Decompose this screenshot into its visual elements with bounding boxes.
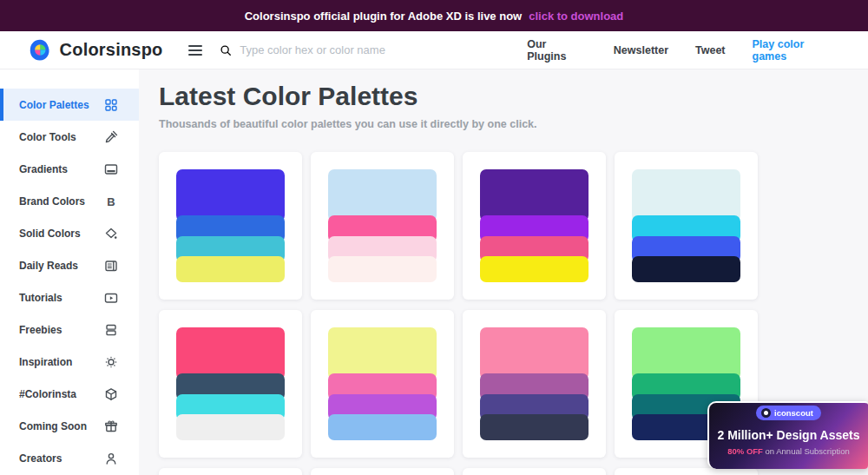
iconscout-badge[interactable]: iconscout <box>756 406 821 420</box>
sidebar-item-label: Color Tools <box>19 131 76 143</box>
color-swatch[interactable] <box>480 256 589 282</box>
palette-card[interactable] <box>463 152 606 300</box>
iconscout-brand-label: iconscout <box>774 408 813 418</box>
palette-card[interactable] <box>159 152 302 300</box>
sidebar-item-label: #Colorinsta <box>19 388 76 400</box>
color-swatch[interactable] <box>328 256 437 282</box>
sidebar-item-brand-colors[interactable]: Brand ColorsB <box>0 185 139 217</box>
palette-card[interactable] <box>615 468 758 475</box>
stack-icon <box>104 323 118 337</box>
colorsinspo-logo-icon[interactable] <box>29 38 52 62</box>
idea-icon <box>104 355 118 369</box>
sidebar-item-label: Solid Colors <box>19 228 81 240</box>
color-swatch[interactable] <box>632 169 740 221</box>
sidebar-item-gradients[interactable]: Gradients <box>0 153 139 185</box>
header-nav: Our PluginsNewsletterTweetPlay color gam… <box>500 38 838 63</box>
cube-icon <box>104 387 118 401</box>
ad-offer-percent: 80% OFF <box>727 446 763 456</box>
search-bar[interactable] <box>220 43 500 56</box>
nav-link-newsletter[interactable]: Newsletter <box>614 44 668 56</box>
nav-link-play-color-games[interactable]: Play color games <box>753 38 838 63</box>
page-subtitle: Thousands of beautiful color palettes yo… <box>159 118 868 130</box>
iconscout-logo-icon <box>761 408 771 418</box>
palette-card[interactable] <box>159 310 302 458</box>
person-icon <box>104 452 118 465</box>
sidebar-item-color-tools[interactable]: Color Tools <box>0 121 139 153</box>
promo-text: Colorsinspo official plugin for Adobe XD… <box>245 10 522 23</box>
sidebar-item-label: Daily Reads <box>19 260 78 272</box>
article-icon <box>104 259 118 273</box>
eyedropper-icon <box>104 130 118 144</box>
sidebar-item-label: Freebies <box>19 324 62 336</box>
grid-icon <box>104 98 118 112</box>
sidebar-item-creators[interactable]: Creators <box>0 442 139 474</box>
sidebar-item-label: Color Palettes <box>19 99 89 111</box>
palette-swatches <box>480 169 589 282</box>
nav-link-tweet[interactable]: Tweet <box>695 44 726 56</box>
palette-swatches <box>632 169 740 282</box>
palette-card[interactable] <box>615 152 758 300</box>
palette-card[interactable] <box>311 152 454 300</box>
palette-grid <box>159 152 758 475</box>
sidebar-item-inspiration[interactable]: Inspiration <box>0 346 139 378</box>
palette-card[interactable] <box>311 310 454 458</box>
sidebar-item-solid-colors[interactable]: Solid Colors <box>0 217 139 249</box>
page-title: Latest Color Palettes <box>159 82 868 111</box>
palette-swatches <box>480 327 589 440</box>
color-swatch[interactable] <box>328 327 437 379</box>
palette-swatches <box>328 327 437 440</box>
palette-card[interactable] <box>311 468 454 475</box>
paint-bucket-icon <box>104 227 118 241</box>
color-swatch[interactable] <box>328 169 437 221</box>
gift-icon <box>104 419 118 433</box>
sidebar: Color PalettesColor ToolsGradientsBrand … <box>0 69 139 475</box>
color-swatch[interactable] <box>176 256 285 282</box>
palette-card[interactable] <box>463 310 606 458</box>
sidebar-item-coming-soon[interactable]: Coming Soon <box>0 410 139 442</box>
ad-title: 2 Million+ Design Assets <box>709 428 868 442</box>
ad-offer: 80% OFF on Annual Subscription <box>709 446 868 456</box>
sidebar-item-label: Gradients <box>19 163 68 175</box>
promo-banner: Colorsinspo official plugin for Adobe XD… <box>0 0 868 31</box>
header: Colorsinspo Our PluginsNewsletterTweetPl… <box>0 31 868 69</box>
ad-offer-rest: on Annual Subscription <box>763 446 850 456</box>
sidebar-item-color-palettes[interactable]: Color Palettes <box>0 89 139 121</box>
hamburger-menu-icon[interactable] <box>188 45 202 56</box>
iconscout-ad[interactable]: iconscout 2 Million+ Design Assets 80% O… <box>707 401 868 469</box>
sidebar-item-label: Brand Colors <box>19 195 85 208</box>
sidebar-item-freebies[interactable]: Freebies <box>0 313 139 346</box>
sidebar-item-label: Creators <box>19 452 62 465</box>
color-swatch[interactable] <box>632 327 740 379</box>
color-swatch[interactable] <box>480 327 589 379</box>
svg-text:B: B <box>107 195 115 208</box>
color-swatch[interactable] <box>176 169 285 221</box>
palette-card[interactable] <box>159 468 302 475</box>
color-swatch[interactable] <box>632 256 740 282</box>
color-swatch[interactable] <box>480 414 589 440</box>
sidebar-item-label: Coming Soon <box>19 420 87 432</box>
brand-name[interactable]: Colorsinspo <box>60 40 163 60</box>
sidebar-item-label: Tutorials <box>19 292 62 304</box>
search-icon <box>220 44 232 56</box>
color-swatch[interactable] <box>328 414 437 440</box>
promo-download-link[interactable]: click to download <box>529 10 623 23</box>
palette-swatches <box>176 327 285 440</box>
gradient-icon <box>104 162 118 176</box>
palette-swatches <box>328 169 437 282</box>
video-icon <box>104 291 118 305</box>
nav-link-our-plugins[interactable]: Our Plugins <box>527 38 587 63</box>
color-swatch[interactable] <box>176 414 285 440</box>
brand-b-icon: B <box>104 195 118 208</box>
palette-swatches <box>176 169 285 282</box>
search-input[interactable] <box>240 43 500 56</box>
sidebar-item-daily-reads[interactable]: Daily Reads <box>0 249 139 281</box>
sidebar-item-label: Inspiration <box>19 356 72 368</box>
color-swatch[interactable] <box>176 327 285 379</box>
color-swatch[interactable] <box>480 169 589 221</box>
sidebar-item-colorinsta[interactable]: #Colorinsta <box>0 378 139 410</box>
sidebar-item-tutorials[interactable]: Tutorials <box>0 281 139 313</box>
palette-card[interactable] <box>463 468 606 475</box>
